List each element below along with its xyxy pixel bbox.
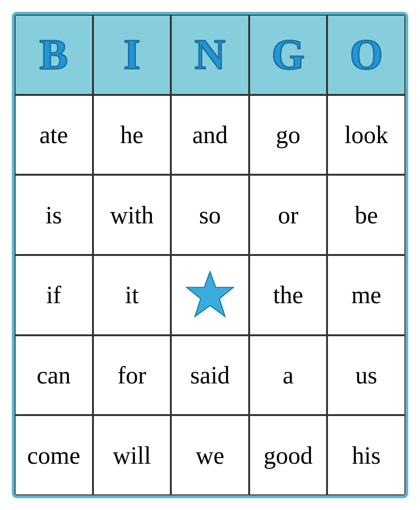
- cell-with[interactable]: with: [93, 175, 171, 255]
- cell-is[interactable]: is: [15, 175, 93, 255]
- header-o: O: [327, 15, 405, 95]
- letter-g: G: [272, 30, 305, 79]
- cell-can[interactable]: can: [15, 335, 93, 416]
- bingo-grid: B I N G O ate he and go look: [15, 15, 405, 495]
- cell-the[interactable]: the: [249, 255, 328, 335]
- word-us: us: [355, 361, 377, 389]
- cell-he[interactable]: he: [93, 95, 171, 175]
- cell-or[interactable]: or: [249, 175, 328, 255]
- word-his: his: [352, 442, 381, 469]
- word-and: and: [192, 121, 227, 149]
- word-or: or: [278, 201, 298, 229]
- header-i: I: [93, 15, 171, 95]
- letter-o: O: [350, 30, 383, 79]
- word-it: it: [125, 281, 139, 309]
- header-g: G: [249, 15, 328, 95]
- cell-ate[interactable]: ate: [15, 95, 93, 175]
- letter-b: B: [40, 30, 68, 79]
- word-said: said: [190, 361, 230, 389]
- word-so: so: [199, 201, 221, 229]
- word-if: if: [46, 281, 61, 309]
- word-ate: ate: [39, 121, 68, 149]
- word-a: a: [283, 361, 294, 389]
- cell-and[interactable]: and: [171, 95, 249, 175]
- bingo-card: B I N G O ate he and go look: [12, 12, 408, 498]
- cell-will[interactable]: will: [93, 415, 171, 495]
- header-b: B: [15, 15, 93, 95]
- word-we: we: [196, 442, 225, 469]
- word-look: look: [344, 121, 388, 149]
- svg-marker-0: [186, 272, 233, 316]
- word-be: be: [355, 201, 378, 229]
- letter-i: I: [124, 30, 140, 79]
- cell-if[interactable]: if: [15, 255, 93, 335]
- cell-we[interactable]: we: [171, 415, 249, 495]
- word-he: he: [120, 121, 143, 149]
- word-will: will: [113, 442, 151, 469]
- word-is: is: [45, 201, 62, 229]
- cell-his[interactable]: his: [327, 415, 405, 495]
- word-come: come: [27, 442, 80, 469]
- letter-n: N: [194, 30, 225, 79]
- cell-free[interactable]: [171, 255, 249, 335]
- word-for: for: [118, 361, 146, 389]
- word-me: me: [351, 281, 381, 309]
- header-n: N: [171, 15, 249, 95]
- word-the: the: [273, 281, 303, 309]
- cell-good[interactable]: good: [249, 415, 328, 495]
- cell-look[interactable]: look: [327, 95, 405, 175]
- word-go: go: [276, 121, 301, 149]
- cell-me[interactable]: me: [327, 255, 405, 335]
- cell-said[interactable]: said: [171, 335, 249, 416]
- cell-it[interactable]: it: [93, 255, 171, 335]
- word-with: with: [110, 201, 153, 229]
- free-star-icon: [184, 269, 236, 321]
- cell-be[interactable]: be: [327, 175, 405, 255]
- cell-go[interactable]: go: [249, 95, 328, 175]
- cell-so[interactable]: so: [171, 175, 249, 255]
- cell-a[interactable]: a: [249, 335, 328, 416]
- cell-us[interactable]: us: [327, 335, 405, 416]
- word-good: good: [264, 442, 313, 469]
- word-can: can: [37, 361, 71, 389]
- cell-for[interactable]: for: [93, 335, 171, 416]
- cell-come[interactable]: come: [15, 415, 93, 495]
